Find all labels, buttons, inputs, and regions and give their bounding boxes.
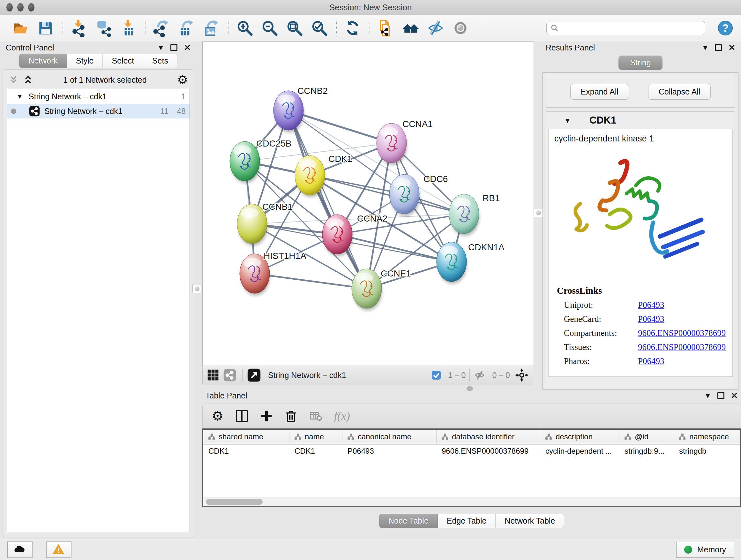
zoom-out-icon[interactable] (260, 18, 280, 38)
crosslink-link[interactable]: 9606.ENSP00000378699 (638, 328, 726, 338)
collapse-panel-icon[interactable]: ▼ (704, 392, 711, 399)
help-icon[interactable]: ? (718, 20, 733, 36)
grid-view-icon[interactable] (207, 369, 219, 381)
column-header-namespace[interactable]: namespace (674, 430, 741, 444)
selected-checkbox-icon[interactable] (431, 370, 441, 380)
column-header-description[interactable]: description (540, 430, 619, 444)
column-type-icon (624, 433, 631, 441)
crosslink-link[interactable]: P06493 (638, 356, 664, 366)
tab-network[interactable]: Network (19, 54, 67, 68)
network-edge-CCNA2-CDKN1A[interactable] (337, 234, 452, 262)
network-node-CDKN1A[interactable]: CDKN1A (436, 242, 504, 284)
cloud-status-button[interactable] (7, 542, 32, 558)
tab-style[interactable]: Style (67, 54, 103, 68)
tab-node-table[interactable]: Node Table (379, 514, 438, 528)
close-panel-icon[interactable]: ✕ (184, 44, 191, 52)
tab-edge-table[interactable]: Edge Table (438, 514, 496, 528)
network-options-gear-icon[interactable]: ⚙ (177, 74, 188, 86)
column-header--id[interactable]: @id (619, 430, 674, 444)
network-edge-CCNB2-CCNA1[interactable] (288, 111, 392, 143)
tab-select[interactable]: Select (103, 54, 143, 68)
float-panel-icon[interactable] (718, 392, 724, 399)
import-network-icon[interactable] (69, 18, 89, 38)
eye-slash-icon[interactable] (426, 18, 446, 38)
network-node-CCNA2[interactable]: CCNA2 (322, 213, 387, 256)
table-options-gear-icon[interactable]: ⚙ (212, 409, 224, 423)
column-header-shared-name[interactable]: shared name (203, 430, 289, 444)
network-node-CCNB1[interactable]: CCNB1 (237, 202, 293, 246)
node-section-header[interactable]: ▼ CDK1 (546, 112, 735, 129)
table-cell[interactable]: 9606.ENSP00000378699 (436, 447, 540, 455)
refresh-icon[interactable] (343, 18, 362, 38)
right-splitter-handle[interactable] (534, 208, 543, 217)
float-panel-icon[interactable] (715, 44, 722, 51)
scrollbar-thumb[interactable] (206, 499, 263, 505)
network-node-HIST1H1A[interactable]: HIST1H1A (240, 251, 307, 296)
table-cell[interactable]: stringdb:9... (619, 447, 674, 455)
crosslink-link[interactable]: 9606.ENSP00000378699 (638, 342, 726, 352)
crosslink-link[interactable]: P06493 (638, 314, 664, 324)
warnings-button[interactable] (46, 542, 71, 558)
tab-network-table[interactable]: Network Table (495, 514, 564, 528)
show-columns-icon[interactable] (235, 409, 249, 423)
column-header-canonical-name[interactable]: canonical name (342, 430, 436, 444)
table-row[interactable]: CDK1CDK1P064939606.ENSP00000378699cyclin… (203, 444, 740, 458)
left-splitter-handle[interactable] (192, 284, 201, 293)
expand-all-button[interactable]: Expand All (570, 84, 629, 100)
detach-view-icon[interactable] (247, 368, 261, 382)
collapse-panel-icon[interactable]: ▼ (702, 44, 709, 51)
collapse-panel-icon[interactable]: ▼ (157, 44, 164, 51)
save-session-icon[interactable] (36, 18, 56, 38)
collapse-all-button[interactable]: Collapse All (648, 84, 711, 100)
table-cell[interactable]: CDK1 (203, 447, 289, 455)
import-table-icon[interactable] (119, 18, 138, 38)
network-node-CCNA1[interactable]: CCNA1 (377, 119, 433, 165)
float-panel-icon[interactable] (171, 44, 178, 51)
table-cell[interactable]: stringdb (674, 447, 741, 455)
collapse-all-networks-icon[interactable] (9, 75, 18, 84)
birdseye-navigator-icon[interactable] (515, 368, 529, 382)
network-node-CCNE1[interactable]: CCNE1 (352, 268, 411, 311)
network-node-CDC6[interactable]: CDC6 (389, 174, 448, 216)
close-panel-icon[interactable]: ✕ (728, 44, 735, 52)
network-node-RB1[interactable]: RB1 (449, 193, 500, 236)
memory-button[interactable]: Memory (676, 542, 734, 558)
table-cell[interactable]: CDK1 (289, 447, 342, 455)
search-input[interactable] (561, 23, 701, 33)
network-collection-row[interactable]: ▼ String Network – cdk1 1 (7, 89, 190, 104)
network-overview-icon[interactable] (223, 368, 237, 382)
gray-lens-icon[interactable] (451, 18, 470, 38)
export-image-icon[interactable] (202, 18, 221, 38)
network-edge-HIST1H1A-CCNE1[interactable] (255, 273, 367, 289)
import-database-icon[interactable] (94, 18, 114, 38)
export-network-icon[interactable] (152, 18, 172, 38)
share-document-icon[interactable] (376, 18, 396, 38)
network-edge-CCNB2-CCNE1[interactable] (288, 111, 367, 289)
add-column-icon[interactable] (260, 410, 273, 422)
section-expander-icon[interactable]: ▼ (564, 117, 571, 124)
export-table-icon[interactable] (177, 18, 197, 38)
string-home-icon[interactable] (401, 18, 421, 38)
zoom-selected-icon[interactable] (310, 18, 329, 38)
network-node-CDC25B[interactable]: CDC25B (230, 138, 291, 183)
zoom-fit-icon[interactable] (285, 18, 305, 38)
column-header-name[interactable]: name (289, 430, 342, 444)
table-cell[interactable]: P06493 (342, 447, 436, 455)
network-node-CCNB2[interactable]: CCNB2 (273, 86, 328, 132)
column-header-database-identifier[interactable]: database identifier (436, 430, 540, 444)
open-session-icon[interactable] (11, 18, 30, 38)
crosslink-link[interactable]: P06493 (638, 300, 664, 310)
tab-string[interactable]: String (618, 56, 662, 70)
tab-sets[interactable]: Sets (143, 54, 178, 68)
tree-expander-icon[interactable]: ▼ (17, 93, 23, 100)
network-view-canvas[interactable]: CCNB2CCNA1CDC25BCDK1CDC6RB1CCNB1CCNA2CDK… (202, 42, 534, 366)
table-horizontal-scrollbar[interactable] (203, 497, 740, 506)
search-field[interactable] (546, 21, 705, 35)
control-panel: Control Panel ▼ ✕ NetworkStyleSelectSets… (3, 42, 194, 537)
network-row[interactable]: String Network – cdk1 11 48 (7, 104, 190, 118)
expand-all-networks-icon[interactable] (23, 75, 33, 84)
table-cell[interactable]: cyclin-dependent ... (540, 447, 619, 455)
zoom-in-icon[interactable] (235, 18, 255, 38)
close-panel-icon[interactable]: ✕ (731, 391, 738, 400)
delete-column-icon[interactable] (284, 409, 298, 423)
